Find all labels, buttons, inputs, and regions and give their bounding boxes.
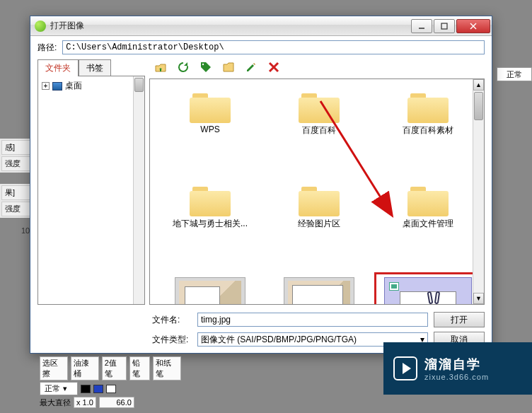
image-thumb <box>284 277 354 304</box>
titlebar: 打开图像 <box>30 16 492 36</box>
folder-icon <box>190 91 231 123</box>
file-grid[interactable]: WPS 百度百科 百度百科素材 地下城与勇士相关... 经验图片区 桌面文件管理… <box>150 79 484 304</box>
brand-title: 溜溜自学 <box>424 356 489 373</box>
file-item[interactable]: WPS <box>157 86 263 178</box>
folder-tree[interactable]: + 桌面 <box>37 76 145 305</box>
open-image-dialog: 打开图像 路径: 文件夹 书签 + 桌面 <box>30 16 492 354</box>
image-thumb <box>175 277 245 304</box>
tab-folders[interactable]: 文件夹 <box>37 59 79 76</box>
delete-icon[interactable] <box>267 60 281 74</box>
image-badge-icon <box>389 282 399 291</box>
brand-url: zixue.3d66.com <box>424 373 489 381</box>
filetype-label: 文件类型: <box>152 334 192 346</box>
folder-icon <box>190 184 231 216</box>
swatch-white[interactable] <box>106 385 116 393</box>
scroll-down-icon[interactable]: ▼ <box>473 293 484 304</box>
desktop-icon <box>52 82 62 91</box>
folder-icon <box>407 184 449 216</box>
minimize-button[interactable] <box>411 19 432 33</box>
tool-strip: 选区擦 油漆桶 2值笔 铅笔 和纸笔 正常 ▾ 最大直径 x 1.0 66.0 <box>40 355 181 409</box>
folder-icon <box>407 91 449 123</box>
refresh-icon[interactable] <box>176 60 190 74</box>
file-item[interactable]: QQ截图2019102010... <box>266 273 372 304</box>
tree-item-label: 桌面 <box>65 80 82 92</box>
file-item[interactable]: 桌面文件管理 <box>375 180 481 272</box>
tool-button[interactable]: 和纸笔 <box>153 356 181 380</box>
swatch-black[interactable] <box>81 385 91 393</box>
diameter-value[interactable]: 66.0 <box>99 397 134 408</box>
tag-icon[interactable] <box>199 60 213 74</box>
file-label: 地下城与勇士相关... <box>173 218 248 230</box>
bg-normal-select[interactable]: 正常 <box>497 67 532 81</box>
file-item[interactable]: 百度百科 <box>266 86 372 178</box>
file-item[interactable]: 经验图片区 <box>266 180 372 272</box>
filename-input[interactable] <box>197 313 428 327</box>
tool-button[interactable]: 油漆桶 <box>71 356 99 380</box>
selected-thumb <box>384 277 472 304</box>
filename-label: 文件名: <box>152 314 192 326</box>
swatch-blue[interactable] <box>93 385 103 393</box>
file-item[interactable]: 地下城与勇士相关... <box>157 180 263 272</box>
folder-icon <box>299 91 340 123</box>
play-icon <box>393 356 417 380</box>
file-label: WPS <box>200 124 219 134</box>
close-button[interactable] <box>456 19 490 33</box>
tree-scrollbar[interactable] <box>133 76 144 304</box>
file-item[interactable]: QQ截图20191020100... <box>157 273 263 304</box>
scroll-up-icon[interactable]: ▲ <box>473 79 484 91</box>
file-label: 桌面文件管理 <box>403 218 453 230</box>
window-title: 打开图像 <box>50 20 84 32</box>
file-item[interactable]: 百度百科素材 <box>375 86 481 178</box>
file-label: 百度百科素材 <box>403 124 453 136</box>
svg-point-4 <box>202 64 204 65</box>
tool-button[interactable]: 选区擦 <box>40 356 68 380</box>
file-item-selected[interactable]: timg.jpg <box>375 273 481 304</box>
tab-bookmarks[interactable]: 书签 <box>79 59 111 76</box>
brand-box: 溜溜自学 zixue.3d66.com <box>383 342 532 395</box>
zoom-value[interactable]: x 1.0 <box>74 397 96 408</box>
max-diameter-label: 最大直径 <box>40 397 71 408</box>
path-input[interactable] <box>62 40 485 54</box>
new-folder-icon[interactable] <box>221 60 236 74</box>
tool-button[interactable]: 铅笔 <box>129 356 150 380</box>
path-label: 路径: <box>37 42 57 54</box>
expand-icon[interactable]: + <box>42 82 50 90</box>
grid-scrollbar[interactable]: ▲ ▼ <box>473 79 484 304</box>
edit-icon[interactable] <box>244 60 258 74</box>
blend-mode-select[interactable]: 正常 ▾ <box>40 382 78 395</box>
bg-number: 10 <box>21 226 30 235</box>
app-icon <box>35 21 46 32</box>
file-label: 经验图片区 <box>298 218 340 230</box>
filetype-value: 图像文件 (SAI/PSD/BMP/JPG/PNG/TGA) <box>201 334 357 346</box>
svg-rect-1 <box>441 23 447 29</box>
scroll-thumb[interactable] <box>474 92 483 120</box>
up-folder-icon[interactable] <box>154 60 168 74</box>
open-button[interactable]: 打开 <box>434 312 485 327</box>
tool-button[interactable]: 2值笔 <box>102 356 127 380</box>
file-label: 百度百科 <box>302 124 336 136</box>
tree-item-desktop[interactable]: + 桌面 <box>41 79 141 93</box>
file-toolbar <box>149 59 485 78</box>
folder-icon <box>299 184 340 216</box>
maximize-button[interactable] <box>434 19 455 33</box>
